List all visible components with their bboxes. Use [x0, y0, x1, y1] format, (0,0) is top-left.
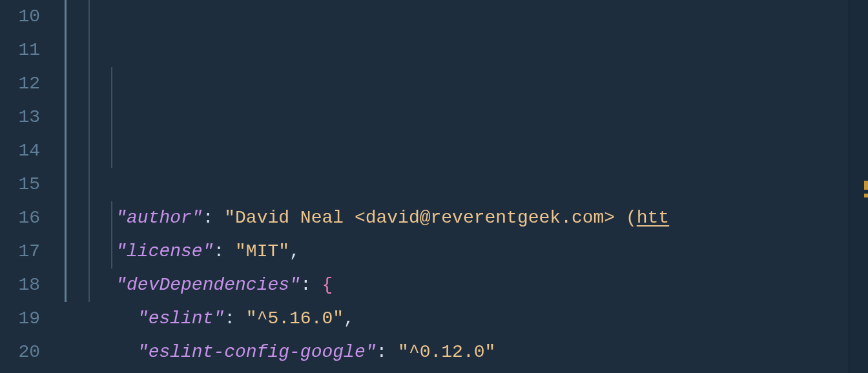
line-number: 15	[0, 168, 40, 201]
code-line[interactable]: },	[53, 369, 868, 373]
code-line[interactable]: "license": "MIT",	[53, 235, 868, 268]
token-str: "^5.16.0"	[246, 308, 344, 328]
token-punct: :	[300, 275, 322, 295]
line-number: 12	[0, 67, 40, 101]
token-whitespace	[72, 275, 116, 295]
line-number: 10	[0, 0, 40, 34]
indent-guide	[111, 67, 112, 168]
token-key: "eslint-config-google"	[138, 342, 377, 362]
code-area[interactable]: "author": "David Neal <david@reverentgee…	[53, 0, 868, 373]
token-punct: :	[377, 342, 398, 362]
gutter-change-marker	[864, 194, 868, 197]
token-whitespace	[72, 208, 116, 228]
code-line[interactable]: "eslint": "^5.16.0",	[53, 302, 868, 336]
token-key: "license"	[116, 241, 213, 261]
code-line[interactable]: "devDependencies": {	[53, 268, 868, 302]
line-number: 17	[0, 235, 40, 268]
token-key: "author"	[116, 208, 202, 228]
token-str: "David Neal <david@reverentgeek.com> (	[224, 208, 637, 228]
line-number: 13	[0, 101, 40, 134]
line-number: 11	[0, 34, 40, 67]
line-number: 19	[0, 302, 40, 336]
token-str: "MIT"	[235, 241, 289, 261]
token-link[interactable]: htt	[637, 208, 669, 228]
token-punct: :	[224, 308, 246, 328]
code-editor[interactable]: 1011121314151617181920 "author": "David …	[0, 0, 868, 373]
scrollbar-track[interactable]	[849, 0, 868, 373]
code-line[interactable]: "author": "David Neal <david@reverentgee…	[53, 201, 868, 235]
token-str: "^0.12.0"	[398, 342, 495, 362]
line-number: 16	[0, 201, 40, 235]
token-whitespace	[72, 241, 116, 261]
token-punct: :	[203, 208, 225, 228]
token-punct: ,	[344, 308, 355, 328]
code-line[interactable]: "eslint-config-google": "^0.12.0"	[53, 336, 868, 369]
token-punct: ,	[289, 241, 300, 261]
token-punct: :	[213, 241, 235, 261]
line-number-gutter: 1011121314151617181920	[0, 0, 53, 373]
gutter-change-marker	[864, 181, 868, 190]
line-number: 14	[0, 134, 40, 168]
token-key: "devDependencies"	[116, 275, 300, 295]
line-number: 20	[0, 336, 40, 369]
token-whitespace	[72, 342, 138, 362]
line-number: 18	[0, 268, 40, 302]
token-whitespace	[72, 308, 138, 328]
token-key: "eslint"	[138, 308, 224, 328]
token-brace: {	[322, 275, 333, 295]
